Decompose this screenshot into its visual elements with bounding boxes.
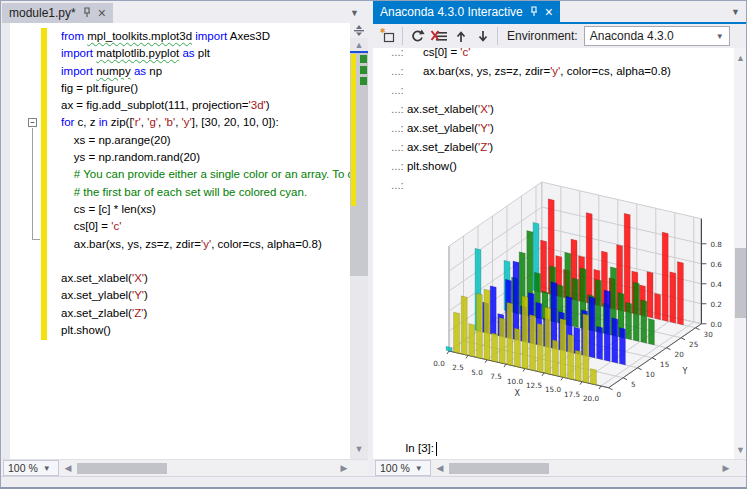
environment-dropdown[interactable]: Anaconda 4.3.0 ▼	[584, 26, 730, 46]
environment-label: Environment:	[507, 29, 578, 43]
interactive-tabstrip: Anaconda 4.3.0 Interactive × ▼	[373, 1, 747, 22]
svg-text:Y: Y	[682, 367, 688, 376]
tab-anaconda-interactive[interactable]: Anaconda 4.3.0 Interactive ×	[373, 1, 560, 22]
editor-tabstrip: module1.py* × ▼	[2, 1, 368, 23]
code-line: cs[0] = 'c'	[61, 218, 350, 235]
svg-text:2.5: 2.5	[452, 363, 463, 372]
editor-vscrollbar[interactable]: ▲ ▼	[350, 23, 368, 459]
window-menu-chevron-icon[interactable]: ▼	[731, 7, 740, 17]
pin-icon[interactable]	[529, 6, 539, 18]
code-line: import matplotlib.pyplot as plt	[61, 45, 350, 62]
svg-text:20: 20	[675, 350, 685, 359]
tab-title: Anaconda 4.3.0 Interactive	[380, 5, 523, 19]
svg-text:15: 15	[660, 360, 669, 369]
toolbar-separator	[402, 27, 403, 45]
history-previous-button[interactable]	[450, 25, 472, 47]
text-cursor	[436, 442, 437, 456]
split-handle-icon[interactable]	[350, 23, 368, 38]
new-interactive-window-button[interactable]: *	[377, 25, 399, 47]
3d-bar-chart: 0.02.55.07.510.012.515.017.520.005101520…	[383, 166, 733, 416]
scroll-up-icon[interactable]: ▲	[734, 52, 747, 64]
scroll-down-icon[interactable]: ▼	[734, 444, 747, 456]
code-line: ...: ax.set_ylabel('Y')	[391, 119, 731, 138]
code-line: ax.set_zlabel('Z')	[61, 305, 350, 322]
code-line: ...: ax.bar(xs, ys, zs=z, zdir='y', colo…	[391, 62, 731, 81]
fold-guide-line	[32, 128, 33, 240]
code-line: xs = np.arange(20)	[61, 132, 350, 149]
track-changes-bar	[41, 28, 47, 340]
editor-hscroll-thumb[interactable]	[77, 463, 167, 474]
code-line: # You can provide either a single color …	[61, 166, 350, 183]
caret-position-mark	[350, 51, 368, 53]
restart-icon	[409, 28, 425, 44]
svg-text:0.6: 0.6	[710, 260, 722, 269]
code-line: ...: ax.set_zlabel('Z')	[391, 138, 731, 157]
chevron-down-icon: ▼	[415, 464, 423, 473]
interactive-bottom-bar: 100 % ▼ ◀ ▶	[373, 459, 747, 476]
tab-title: module1.py*	[9, 6, 76, 20]
code-line: ax.set_xlabel('X')	[61, 270, 350, 287]
svg-text:0.8: 0.8	[710, 240, 722, 249]
svg-text:17.5: 17.5	[564, 390, 580, 399]
interactive-toolbar: * Envi	[373, 24, 734, 48]
fold-collapse-box[interactable]: −	[28, 118, 37, 127]
environment-value: Anaconda 4.3.0	[590, 29, 674, 43]
svg-text:15.0: 15.0	[545, 385, 561, 394]
code-line: ax.bar(xs, ys, zs=z, zdir='y', color=cs,…	[61, 236, 350, 253]
scroll-up-icon[interactable]: ▲	[350, 39, 368, 51]
saved-change-mark	[360, 66, 367, 74]
chevron-down-icon: ▼	[43, 464, 51, 473]
svg-text:12.5: 12.5	[526, 381, 542, 390]
interactive-body[interactable]: ...: cs[0] = 'c'...: ax.bar(xs, ys, zs=z…	[373, 48, 734, 459]
close-icon[interactable]: ×	[98, 8, 106, 18]
svg-text:5.0: 5.0	[471, 368, 483, 377]
code-line: fig = plt.figure()	[61, 80, 350, 97]
history-next-button[interactable]	[472, 25, 494, 47]
svg-text:0.0: 0.0	[710, 320, 722, 329]
svg-text:X: X	[514, 389, 520, 398]
editor-bottom-bar: 100 % ▼ ◀ ▶	[2, 459, 368, 476]
close-icon[interactable]: ×	[545, 7, 553, 17]
svg-text:25: 25	[689, 340, 698, 349]
svg-text:5: 5	[631, 380, 636, 389]
chevron-down-icon: ▼	[716, 32, 724, 41]
code-line: ax = fig.add_subplot(111, projection='3d…	[61, 97, 350, 114]
code-line: ...:	[391, 81, 731, 100]
window-bottom-strip	[1, 476, 747, 488]
svg-text:0: 0	[617, 390, 622, 399]
interactive-zoom-select[interactable]: 100 % ▼	[375, 460, 431, 476]
interactive-vscrollbar[interactable]: ▲ ▼	[734, 48, 747, 459]
restart-kernel-button[interactable]	[406, 25, 428, 47]
svg-text:20.0: 20.0	[583, 394, 599, 403]
saved-change-mark	[360, 55, 367, 63]
saved-change-mark	[360, 77, 367, 85]
code-lines: from mpl_toolkits.mplot3d import Axes3Di…	[61, 28, 350, 339]
scroll-down-icon[interactable]: ▼	[350, 443, 368, 455]
hscroll-right-icon[interactable]: ▶	[720, 462, 732, 474]
input-prompt-line[interactable]: In [3]:	[386, 420, 437, 459]
hscroll-left-icon[interactable]: ◀	[62, 462, 74, 474]
fold-guide-foot	[32, 239, 40, 240]
visual-studio-window: module1.py* × ▼ − from mpl_toolkits.mplo…	[0, 0, 747, 489]
tab-module1[interactable]: module1.py* ×	[2, 3, 113, 23]
window-menu-chevron-icon[interactable]: ▼	[350, 8, 359, 18]
clear-screen-button[interactable]	[428, 25, 450, 47]
code-line: cs = [c] * len(xs)	[61, 201, 350, 218]
pin-icon[interactable]	[82, 7, 92, 19]
new-window-icon: *	[380, 28, 396, 44]
svg-text:10: 10	[646, 370, 656, 379]
arrow-up-icon	[454, 29, 468, 44]
arrow-down-icon	[476, 29, 490, 44]
toolbar-separator	[497, 27, 498, 45]
code-line: ys = np.random.rand(20)	[61, 149, 350, 166]
editor-zoom-select[interactable]: 100 % ▼	[3, 460, 59, 476]
svg-text:7.5: 7.5	[490, 372, 501, 381]
code-editor[interactable]: − from mpl_toolkits.mplot3d import Axes3…	[2, 23, 368, 459]
input-prompt: In [3]:	[405, 442, 434, 454]
hscroll-left-icon[interactable]: ◀	[434, 462, 446, 474]
interactive-hscroll-thumb[interactable]	[449, 463, 549, 474]
hscroll-right-icon[interactable]: ▶	[338, 462, 350, 474]
code-line: # the first bar of each set will be colo…	[61, 184, 350, 201]
interactive-vscroll-thumb[interactable]	[735, 248, 746, 318]
zoom-value: 100 %	[8, 462, 38, 474]
